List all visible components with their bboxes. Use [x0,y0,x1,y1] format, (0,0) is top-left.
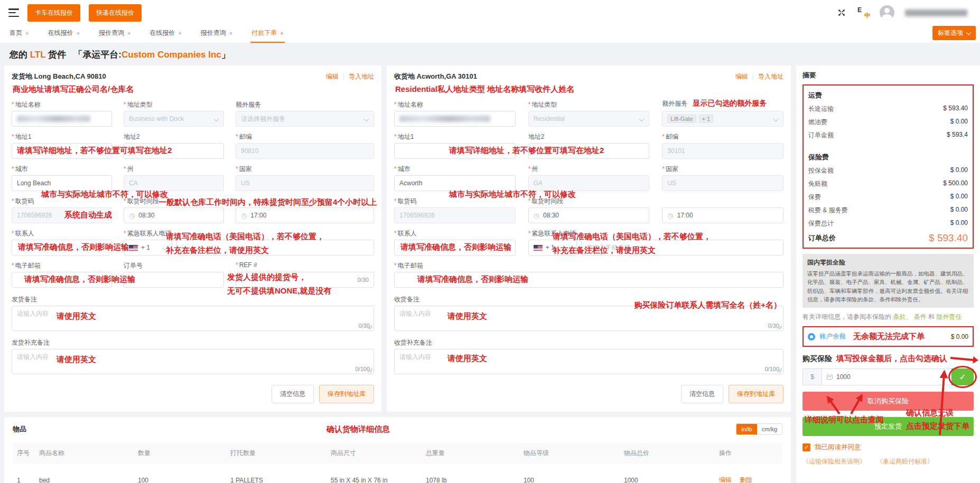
item-edit-link[interactable]: 编辑 [719,476,732,483]
chevron-down-icon [773,117,779,122]
tab-quote-query-1[interactable]: 报价查询× [98,24,132,43]
placeholder: 请输入内容 [17,353,49,361]
tab-payment-order[interactable]: 付款下单× [250,24,284,43]
express-quote-button[interactable]: 快递在线报价 [89,4,142,22]
shipper-panel: 发货地 Long Beach,CA 90810 编辑 | 导入地址 商业地址请填… [4,65,381,412]
chevron-down-icon [214,117,219,122]
clock-icon: ◷ [129,212,135,220]
tab-online-quote-2[interactable]: 在线报价× [148,24,182,43]
terms-link[interactable]: 条款 [893,313,906,320]
shipper-phone-country-select[interactable]: + 1 [124,240,172,255]
tab-options-button[interactable]: 标签选项 [932,26,976,40]
annotation-company-name: 商业地址请填写正确公司名/仓库名 [13,84,374,94]
shipper-pickup-end-time[interactable]: ◷17:00 [236,207,374,223]
carrier-compensation-link[interactable]: 《承运商赔付标准》 [876,457,934,466]
language-toggle-icon[interactable]: E 中 [857,7,869,18]
insurance-instructions-link[interactable]: 《运输保险相关说明》 [802,457,866,466]
shipper-clear-button[interactable]: 清空信息 [272,385,314,403]
required-asterisk: * [528,230,531,237]
redacted-value [17,116,90,122]
shipper-import-address-link[interactable]: 导入地址 [349,72,374,81]
shipper-save-address-button[interactable]: 保存到地址库 [319,385,374,403]
consignee-address-type-select: Residential [528,111,650,127]
consignee-import-address-link[interactable]: 导入地址 [758,72,783,81]
shipper-state-input: CA [124,175,224,191]
annotation-details-review: 详细说明可以点击查阅 [805,415,884,425]
summary-row: 税费 & 服务费$ 0.00 [808,206,968,215]
consignee-address-name-input[interactable] [394,111,516,127]
tab-quote-query-2[interactable]: 报价查询× [200,24,234,43]
consignee-clear-button[interactable]: 清空信息 [681,385,723,403]
annotation-red-box-summary: 运费 长途运输$ 593.40 燃油费$ 0.00 订单金额$ 593.4 保险… [802,84,974,249]
shipper-city-input[interactable]: Long Beach [12,175,112,191]
shipper-address-name-input[interactable] [12,111,112,127]
shipper-edit-link[interactable]: 编辑 [326,72,339,81]
tab-close-icon[interactable]: × [127,30,130,36]
menu-toggle-icon[interactable] [8,8,19,17]
consignee-pickup-end-time[interactable]: ◷17:00 [662,207,783,223]
tab-close-icon[interactable]: × [229,30,232,36]
consignee-pickup-start-time[interactable]: ◷08:30 [528,207,650,223]
tab-close-icon[interactable]: × [25,30,29,36]
shipper-pickup-start-time[interactable]: ◷08:30 [124,207,224,223]
exclusions-link[interactable]: 除外责任 [936,313,962,320]
summary-row: 投保金额$ 0.00 [808,166,968,175]
unit-metric-button[interactable]: cm/kg [757,424,782,434]
tab-close-icon[interactable]: × [76,30,79,36]
col-weight: 总重量 [422,442,519,464]
tab-home[interactable]: 首页× [8,24,30,43]
item-size: 55 in X 45 in X 76 in [326,464,422,483]
tab-close-icon[interactable]: × [178,30,181,36]
consignee-extra-note-textarea[interactable]: 请输入内容 请使用英文 0/100 [394,349,783,374]
summary-title: 摘要 [802,71,974,80]
shipper-order-no-input[interactable] [124,272,224,288]
item-qty: 100 [134,464,226,483]
resize-handle[interactable] [777,368,782,373]
required-asterisk: * [662,133,665,140]
consignee-city-input[interactable]: Acworth [394,175,516,191]
fullscreen-icon[interactable] [836,7,847,18]
balance-radio[interactable] [808,333,815,340]
insurance-notice: 国内零担全险 该零担产品涵盖零担承运商运输的一般商品，如电器、建筑用品、化学品、… [802,254,974,308]
required-asterisk: * [236,165,238,173]
resize-handle[interactable] [368,325,372,329]
truck-quote-button[interactable]: 卡车在线报价 [27,4,80,22]
annotation-city-mismatch: 城市与实际地址城市不符，可以修改 [41,190,168,200]
consignee-save-address-button[interactable]: 保存到地址库 [729,385,783,403]
language-toggle-en: E [857,6,862,14]
consignee-header: 收货地 Acworth,GA 30101 [394,72,477,81]
conditions-link[interactable]: 条件 [914,313,927,320]
required-asterisk: * [124,230,126,237]
insured-amount-input[interactable]: 1000 [822,368,951,385]
username-redacted [905,10,967,16]
placeholder: 请输入内容 [399,310,431,317]
required-asterisk: * [236,133,238,140]
resize-handle[interactable] [777,325,782,329]
consignee-edit-link[interactable]: 编辑 [735,72,748,81]
shipper-extra-note-textarea[interactable]: 请输入内容 请使用英文 0/100 [12,349,374,374]
tab-label: 付款下单 [251,29,277,37]
clock-icon: ◷ [667,212,673,220]
tab-label: 报价查询 [201,29,226,37]
tab-online-quote-1[interactable]: 在线报价× [46,24,80,43]
placeholder: 请输入内容 [399,353,431,361]
confirm-insurance-check-button[interactable]: ✓ [951,368,974,385]
item-grade: 100 [519,464,620,483]
consignee-extra-service-select: Lift-Gate+ 1 [662,111,783,127]
tab-close-icon[interactable]: × [280,30,283,36]
shipper-note-textarea[interactable]: 请输入内容 请使用英文 0/30 [12,306,374,331]
unit-imperial-button[interactable]: in/lb [736,424,757,434]
placeholder: 请输入内容 [17,310,49,317]
required-asterisk: * [12,101,14,108]
annotation-accurate-info-contact: 请填写准确信息，否则影响运输 [18,242,129,252]
avatar[interactable] [880,5,894,20]
annotation-address-detail: 请填写详细地址，若不够位置可填写在地址2 [17,146,172,156]
topbar-right: E 中 [836,5,967,20]
agree-checkbox[interactable]: ✓ [802,443,810,451]
balance-value: $ 0.00 [951,333,968,340]
required-asterisk: * [394,133,397,140]
item-delete-link[interactable]: 删除 [740,476,752,483]
carrier-name: Custom Companies Inc [122,50,221,60]
resize-handle[interactable] [368,368,372,373]
agree-label: 我已阅读并同意 [815,443,861,452]
